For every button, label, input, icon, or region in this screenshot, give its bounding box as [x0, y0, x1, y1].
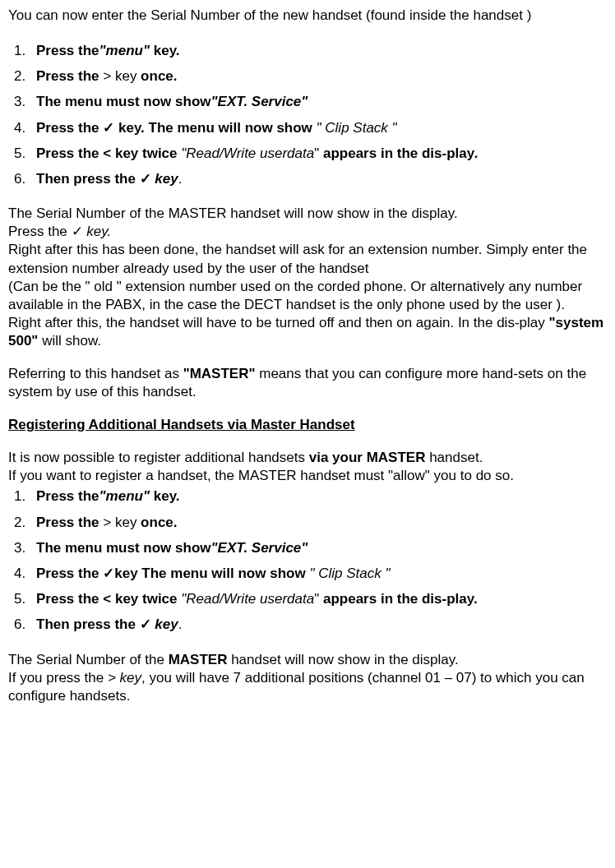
text: key: [151, 616, 178, 632]
section-heading: Registering Additional Handsets via Mast…: [8, 416, 607, 434]
text: " Clip Stack ": [309, 566, 390, 581]
text: "menu": [99, 43, 154, 58]
step-4: Press the ✓ key. The menu will now show …: [30, 117, 607, 139]
paragraph-3: It is now possible to register additiona…: [8, 449, 607, 485]
text: appears in the dis-play: [323, 145, 474, 161]
text: ": [314, 591, 323, 607]
text: handset will now show in the display.: [227, 652, 458, 667]
text: >: [103, 515, 111, 530]
text: key: [111, 68, 141, 84]
text: Right after this has been done, the hand…: [8, 241, 607, 277]
text: "MASTER": [183, 366, 256, 381]
check-icon: ✓: [103, 566, 114, 581]
text: The Serial Number of the: [8, 652, 169, 667]
step-4: Press the ✓key The menu will now show " …: [30, 562, 607, 584]
text: key.: [154, 488, 180, 504]
text: key.: [154, 43, 180, 58]
intro-text: You can now enter the Serial Number of t…: [8, 7, 607, 25]
text: Referring to this handset as: [8, 366, 183, 381]
text: "EXT. Service": [211, 94, 308, 109]
step-1: Press the"menu" key.: [30, 39, 607, 62]
text: The Serial Number of the MASTER handset …: [8, 205, 458, 221]
text: If you press the: [8, 670, 108, 686]
text: <: [103, 591, 111, 607]
text: >: [103, 68, 111, 84]
text: Then press the: [36, 616, 140, 632]
check-icon: ✓: [140, 171, 151, 187]
text: appears in the dis-play.: [323, 591, 478, 607]
check-icon: ✓: [140, 616, 151, 632]
text: "menu": [99, 488, 154, 504]
text: key: [151, 171, 178, 187]
text: via your MASTER: [309, 450, 426, 465]
step-2: Press the > key once.: [30, 65, 607, 87]
step-1: Press the"menu" key.: [30, 485, 607, 507]
step-2: Press the > key once.: [30, 511, 607, 533]
text: It is now possible to register additiona…: [8, 450, 309, 465]
step-3: The menu must now show"EXT. Service": [30, 90, 607, 113]
text: > key: [108, 670, 141, 686]
text: Then press the: [36, 171, 140, 187]
text: key The menu will now show: [114, 566, 309, 581]
text: "Read/Write userdata: [181, 145, 314, 161]
step-5: Press the < key twice "Read/Write userda…: [30, 588, 607, 610]
text: .: [474, 145, 479, 161]
text: ": [314, 145, 323, 161]
text: key.: [83, 224, 112, 239]
text: Press the: [36, 515, 103, 530]
step-6: Then press the ✓ key.: [30, 168, 607, 190]
step-6: Then press the ✓ key.: [30, 613, 607, 635]
text: If you want to register a handset, the M…: [8, 467, 607, 485]
text: (Can be the " old " extension number use…: [8, 278, 607, 314]
text: Press the: [36, 488, 99, 504]
text: <: [103, 145, 111, 161]
text: "EXT. Service": [211, 540, 308, 556]
text: " Clip Stack ": [317, 120, 397, 136]
steps-list-1: Press the"menu" key. Press the > key onc…: [8, 39, 607, 190]
step-5: Press the < key twice "Read/Write userda…: [30, 142, 607, 164]
text: Press the: [36, 145, 103, 161]
text: "Read/Write userdata: [181, 591, 314, 607]
text: Right after this, the handset will have …: [8, 315, 548, 330]
text: .: [178, 616, 183, 632]
paragraph-2: Referring to this handset as "MASTER" me…: [8, 365, 607, 401]
steps-list-2: Press the"menu" key. Press the > key onc…: [8, 485, 607, 635]
text: key twice: [111, 591, 181, 607]
check-icon: ✓: [103, 120, 114, 136]
text: The menu must now show: [36, 94, 211, 109]
text: The menu must now show: [36, 540, 211, 556]
text: Press the: [36, 120, 103, 136]
text: once.: [141, 515, 177, 530]
check-icon: ✓: [72, 224, 83, 239]
paragraph-4: The Serial Number of the MASTER handset …: [8, 651, 607, 705]
text: will show.: [38, 333, 101, 349]
text: key: [111, 515, 141, 530]
text: key twice: [111, 145, 181, 161]
paragraph-1: The Serial Number of the MASTER handset …: [8, 205, 607, 350]
text: MASTER: [169, 652, 228, 667]
text: Press the: [36, 43, 99, 58]
text: Press the: [36, 566, 103, 581]
text: Press the: [36, 591, 103, 607]
text: Press the: [36, 68, 103, 84]
text: handset.: [425, 450, 483, 465]
text: Press the: [8, 224, 72, 239]
step-3: The menu must now show"EXT. Service": [30, 537, 607, 559]
text: .: [178, 171, 183, 187]
text: once.: [141, 68, 177, 84]
text: key. The menu will now show: [114, 120, 316, 136]
